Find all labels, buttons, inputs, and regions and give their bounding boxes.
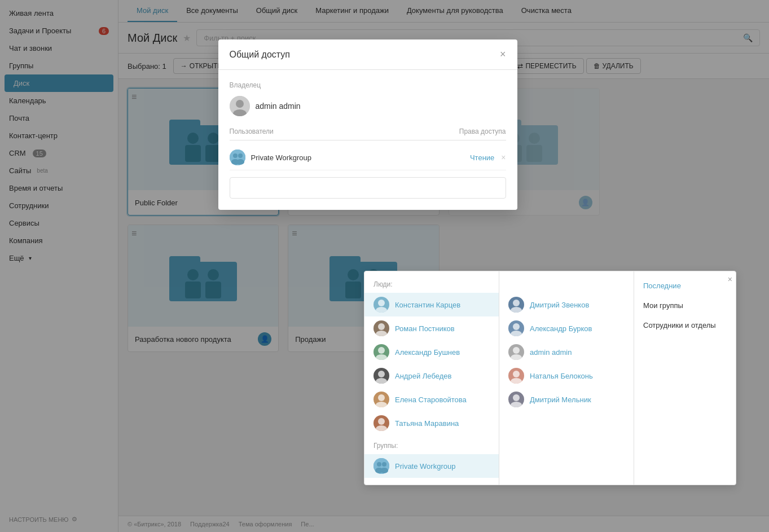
category-my-groups[interactable]: Мои группы: [634, 296, 736, 315]
svg-point-64: [511, 402, 522, 407]
owner-name: admin admin: [256, 102, 301, 111]
user-avatar-admin: [508, 344, 524, 360]
search-category-panel: Последние Мои группы Сотрудники и отделы: [634, 271, 736, 485]
svg-point-34: [233, 153, 238, 158]
user-name-alexander-b: Александр Бушнев: [395, 348, 460, 357]
svg-point-39: [376, 307, 387, 313]
svg-point-44: [378, 371, 385, 377]
modal-body: Владелец admin admin Пользователи Права …: [218, 70, 517, 210]
user-info: Private Workgroup: [230, 150, 470, 165]
users-col-label: Пользователи: [230, 127, 274, 135]
user-item-konstantin[interactable]: Константин Карцев: [364, 293, 499, 316]
users-table-header: Пользователи Права доступа: [230, 127, 506, 140]
svg-point-49: [376, 425, 387, 431]
user-row-private-workgroup: Private Workgroup Чтение ×: [230, 145, 506, 170]
workgroup-name: Private Workgroup: [251, 153, 311, 162]
group-name-workgroup: Private Workgroup: [395, 462, 455, 471]
user-avatar-konstantin: [373, 297, 389, 313]
svg-point-42: [378, 347, 385, 354]
shared-access-modal: Общий доступ × Владелец admin admin Поль…: [218, 39, 517, 210]
user-item-roman[interactable]: Роман Постников: [364, 316, 499, 340]
user-item-alexander-bu[interactable]: Александр Бурков: [499, 316, 634, 340]
group-avatar-icon: [230, 150, 245, 165]
svg-point-57: [513, 323, 520, 330]
group-avatar-workgroup: [373, 458, 389, 474]
owner-row: admin admin: [230, 96, 506, 116]
svg-point-53: [382, 462, 386, 467]
user-avatar-dmitry-m: [508, 392, 524, 407]
svg-point-37: [236, 159, 244, 165]
svg-point-58: [511, 331, 522, 336]
user-name-konstantin: Константин Карцев: [395, 301, 460, 309]
svg-point-51: [377, 462, 381, 467]
user-avatar-natalia: [508, 368, 524, 384]
group-icon: [230, 150, 245, 165]
category-recent[interactable]: Последние: [634, 276, 736, 296]
people-right-label: Люди:: [499, 278, 634, 293]
svg-point-45: [376, 378, 387, 384]
svg-point-55: [513, 300, 520, 306]
user-item-alexander-b[interactable]: Александр Бушнев: [364, 340, 499, 364]
svg-point-31: [236, 100, 244, 108]
category-employees-depts[interactable]: Сотрудники и отделы: [634, 315, 736, 335]
svg-point-54: [380, 468, 388, 473]
user-name-dmitry-z: Дмитрий Звенков: [530, 301, 589, 309]
user-item-tatyana[interactable]: Татьяна Маравина: [364, 411, 499, 435]
user-name-roman: Роман Постников: [395, 324, 455, 333]
svg-point-63: [513, 394, 520, 401]
svg-point-59: [513, 347, 520, 354]
remove-user-button[interactable]: ×: [501, 153, 506, 162]
svg-point-47: [376, 402, 387, 407]
svg-point-56: [511, 307, 522, 313]
user-avatar-alexander-b: [373, 344, 389, 360]
modal-header: Общий доступ ×: [218, 39, 517, 70]
user-name-alexander-bu: Александр Бурков: [530, 324, 592, 333]
user-avatar-andrei: [373, 368, 389, 384]
groups-section-label: Группы:: [364, 439, 499, 454]
user-avatar-dmitry-z: [508, 297, 524, 313]
user-name-andrei: Андрей Лебедев: [395, 372, 451, 380]
svg-point-36: [238, 153, 243, 158]
svg-point-61: [513, 371, 520, 377]
owner-avatar-icon: [230, 96, 250, 116]
user-item-elena[interactable]: Елена Старовойтова: [364, 388, 499, 411]
permission-link[interactable]: Чтение: [470, 153, 494, 162]
user-avatar-tatyana: [373, 415, 389, 431]
modal-title: Общий доступ: [230, 50, 291, 60]
user-item-dmitry-z[interactable]: Дмитрий Звенков: [499, 293, 634, 316]
user-name-natalia: Наталья Белоконь: [530, 372, 593, 380]
svg-point-41: [376, 331, 387, 336]
owner-avatar: [230, 96, 250, 116]
user-item-admin[interactable]: admin admin: [499, 340, 634, 364]
user-name-elena: Елена Старовойтова: [395, 395, 467, 404]
user-search-input[interactable]: [230, 177, 506, 199]
user-item-andrei[interactable]: Андрей Лебедев: [364, 364, 499, 388]
svg-point-43: [376, 354, 387, 360]
group-item-private-workgroup[interactable]: Private Workgroup: [364, 454, 499, 478]
svg-point-38: [378, 300, 385, 306]
svg-point-46: [378, 394, 385, 401]
user-avatar-elena: [373, 392, 389, 407]
user-name-admin: admin admin: [530, 348, 572, 357]
svg-point-62: [511, 378, 522, 384]
user-name-dmitry-m: Дмитрий Мельник: [530, 395, 591, 404]
user-avatar-roman: [373, 320, 389, 336]
user-avatar-alexander-bu: [508, 320, 524, 336]
svg-point-48: [378, 418, 385, 425]
user-name-tatyana: Татьяна Маравина: [395, 419, 459, 428]
people-section-label: Люди:: [364, 278, 499, 293]
search-results-left: Люди: Константин Карцев Роман Постников …: [364, 271, 499, 485]
search-results-right-people: Люди: Дмитрий Звенков Александр Бурков a…: [499, 271, 634, 485]
search-dropdown-close[interactable]: ×: [728, 275, 732, 284]
owner-section-label: Владелец: [230, 81, 506, 89]
modal-close-button[interactable]: ×: [500, 49, 506, 60]
rights-col-label: Права доступа: [459, 127, 506, 135]
svg-point-40: [378, 323, 385, 330]
user-item-natalia[interactable]: Наталья Белоконь: [499, 364, 634, 388]
search-dropdown-panel: × Люди: Константин Карцев Роман Постнико…: [364, 271, 736, 485]
svg-point-60: [511, 354, 522, 360]
user-item-dmitry-m[interactable]: Дмитрий Мельник: [499, 388, 634, 411]
